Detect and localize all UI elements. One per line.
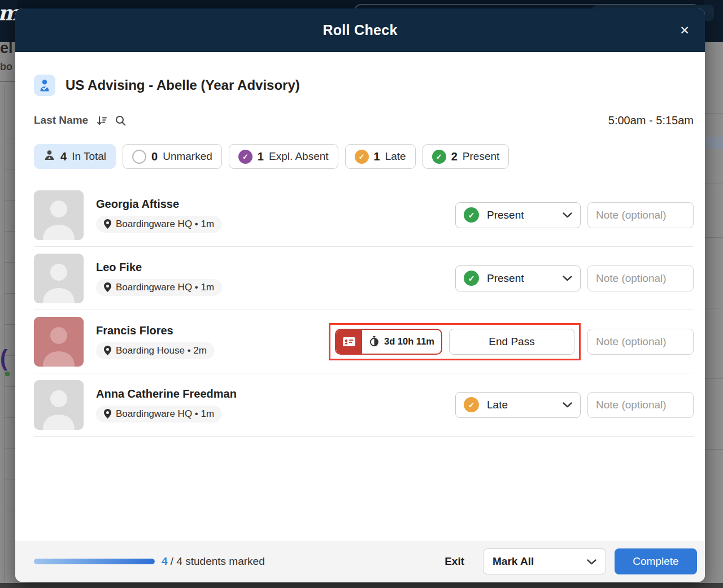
present-check-icon: ✓ [464, 271, 479, 286]
sort-row: Last Name 5:00am - 5:15am [34, 112, 694, 129]
mark-all-dropdown[interactable]: Mark All [483, 548, 606, 574]
status-dropdown[interactable]: ✓ Present [455, 202, 581, 228]
chip-count: 2 [451, 150, 458, 163]
status-dropdown[interactable]: ✓ Present [455, 265, 581, 291]
student-avatar [34, 317, 84, 367]
check-circle-icon: ✓ [432, 150, 446, 164]
unmarked-circle-icon [132, 150, 146, 164]
location-pin-icon [104, 219, 111, 229]
leave-pass-badge[interactable]: 3d 10h 11m [335, 329, 442, 355]
chip-label: In Total [72, 150, 106, 163]
student-name: Francis Flores [96, 324, 215, 337]
roll-check-modal: Roll Check ✕ US Advising - Abelle (Year … [15, 8, 705, 582]
chip-label: Present [463, 150, 499, 163]
student-name: Anna Catherine Freedman [96, 387, 237, 400]
location-pin-icon [104, 346, 111, 355]
filter-chip-unmarked[interactable]: 0 Unmarked [123, 144, 222, 169]
student-info: Francis Flores Boarding House • 2m [96, 324, 215, 359]
student-avatar [34, 380, 84, 430]
search-icon[interactable] [115, 115, 127, 127]
status-label: Late [487, 399, 508, 411]
exit-button[interactable]: Exit [445, 555, 464, 568]
note-input[interactable] [587, 202, 694, 228]
background-page-subtitle-fragment: bo [0, 61, 12, 73]
pass-duration: 3d 10h 11m [362, 330, 441, 354]
id-card-icon [336, 330, 362, 354]
student-location: Boardingware HQ • 1m [116, 408, 214, 420]
student-name: Leo Fike [96, 261, 222, 274]
person-icon [43, 149, 55, 164]
student-info: Georgia Aftisse Boardingware HQ • 1m [96, 198, 222, 233]
session-header: US Advising - Abelle (Year Advisory) [34, 75, 694, 96]
chip-count: 1 [374, 150, 380, 163]
student-location-pill: Boardingware HQ • 1m [96, 279, 222, 296]
sort-direction-icon[interactable] [96, 115, 108, 127]
late-check-icon: ✓ [464, 397, 479, 412]
present-check-icon: ✓ [464, 207, 479, 223]
student-info: Anna Catherine Freedman Boardingware HQ … [96, 387, 237, 423]
location-pin-icon [104, 282, 111, 292]
student-row: Leo Fike Boardingware HQ • 1m ✓ Present [34, 247, 694, 310]
background-footer-strip [0, 583, 723, 588]
modal-title: Roll Check [323, 22, 397, 38]
chip-count: 0 [151, 150, 158, 163]
student-location: Boardingware HQ • 1m [116, 219, 214, 230]
student-row: Anna Catherine Freedman Boardingware HQ … [34, 373, 694, 437]
filter-chip-in-total[interactable]: 4 In Total [34, 144, 116, 169]
chevron-down-icon [587, 555, 596, 568]
end-pass-button[interactable]: End Pass [449, 329, 574, 355]
row-controls: ✓ Late [455, 392, 694, 418]
roll-check-icon [34, 75, 55, 96]
status-summary-chips: 4 In Total 0 Unmarked ✓ 1 Expl. Absent ✓… [34, 144, 694, 169]
modal-footer: 4 / 4 students marked Exit Mark All Comp… [15, 541, 705, 582]
background-avatar-fragment: ( [0, 346, 7, 371]
background-status-dot [5, 372, 10, 376]
row-controls: 3d 10h 11m End Pass [329, 323, 694, 360]
note-input[interactable] [587, 392, 694, 418]
session-time-range: 5:00am - 5:15am [608, 114, 694, 127]
background-page-title-fragment: el [0, 40, 13, 57]
background-table-gridlines [5, 107, 16, 582]
chip-label: Late [385, 150, 406, 163]
check-circle-icon: ✓ [238, 150, 252, 164]
filter-chip-expl-absent[interactable]: ✓ 1 Expl. Absent [229, 144, 338, 169]
location-pin-icon [104, 409, 111, 419]
student-row: Francis Flores Boarding House • 2m [34, 310, 694, 373]
chip-label: Expl. Absent [269, 150, 329, 163]
background-row-highlight [704, 137, 723, 149]
note-input[interactable] [587, 265, 694, 291]
filter-chip-late[interactable]: ✓ 1 Late [345, 144, 416, 169]
modal-header: Roll Check ✕ [15, 8, 705, 52]
chip-count: 4 [60, 150, 67, 163]
filter-chip-present[interactable]: ✓ 2 Present [423, 144, 509, 169]
marked-count-text: 4 / 4 students marked [162, 555, 265, 568]
background-gridline [704, 184, 723, 184]
student-location-pill: Boardingware HQ • 1m [96, 406, 222, 423]
student-location: Boarding House • 2m [116, 345, 207, 356]
note-input[interactable] [587, 329, 694, 355]
student-location-pill: Boardingware HQ • 1m [96, 216, 222, 233]
close-icon[interactable]: ✕ [673, 8, 696, 52]
modal-body: US Advising - Abelle (Year Advisory) Las… [15, 75, 705, 437]
background-gridline [704, 237, 723, 238]
chevron-down-icon [563, 276, 572, 281]
background-divider [0, 81, 16, 82]
student-location: Boardingware HQ • 1m [116, 282, 214, 293]
status-label: Present [487, 272, 524, 285]
chip-label: Unmarked [163, 150, 212, 163]
status-label: Present [487, 209, 524, 221]
progress-bar-fill [34, 559, 155, 564]
sort-field-label[interactable]: Last Name [34, 114, 88, 127]
row-controls: ✓ Present [455, 265, 694, 291]
background-gridline [704, 449, 723, 450]
stopwatch-icon [369, 336, 380, 347]
status-dropdown[interactable]: ✓ Late [455, 392, 581, 418]
complete-button[interactable]: Complete [615, 548, 697, 574]
progress-bar [34, 559, 155, 564]
row-controls: ✓ Present [455, 202, 694, 228]
student-info: Leo Fike Boardingware HQ • 1m [96, 261, 222, 296]
chevron-down-icon [563, 402, 572, 408]
active-pass-highlight: 3d 10h 11m End Pass [329, 323, 581, 360]
background-gridline [704, 113, 723, 114]
background-gridline [704, 378, 723, 379]
